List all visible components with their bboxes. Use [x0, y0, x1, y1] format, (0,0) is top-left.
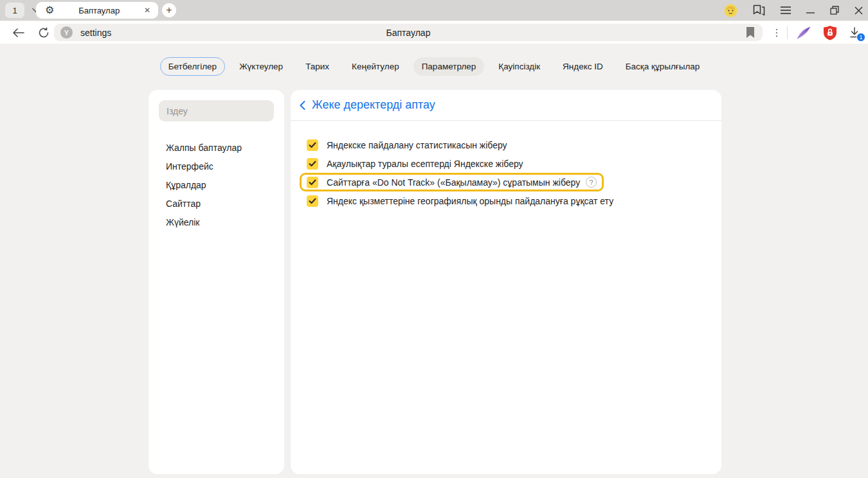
sidebar-menu: Жалпы баптаулар Интерфейс Құралдар Сайтт…	[159, 138, 274, 231]
toolbar-divider	[787, 26, 788, 39]
browser-tab-settings[interactable]: ⚙ Баптаулар ✕	[36, 2, 158, 19]
checkbox-row-crash-reports[interactable]: Ақаулықтар туралы есептерді Яндекске жіб…	[300, 154, 530, 173]
download-count-badge: 1	[856, 33, 865, 42]
sidebar-item-interface[interactable]: Интерфейс	[166, 157, 274, 175]
nav-tab-history[interactable]: Тарих	[297, 57, 338, 76]
address-bar[interactable]: Y settings Баптаулар	[54, 24, 763, 41]
restore-icon[interactable]	[830, 6, 839, 15]
feather-extension-icon[interactable]	[795, 25, 812, 40]
address-toolbar: Y settings Баптаулар ⋮	[0, 21, 868, 44]
sidebar-item-general[interactable]: Жалпы баптаулар	[166, 138, 274, 157]
sidebar-item-system[interactable]: Жүйелік	[166, 213, 274, 231]
privacy-options-list: Яндекске пайдалану статистикасын жіберу …	[291, 121, 721, 210]
tab-close-icon[interactable]: ✕	[144, 6, 150, 15]
sidebar-item-sites[interactable]: Сайттар	[166, 194, 274, 213]
checkbox-label: Яндекс қызметтеріне географиялық орынды …	[327, 196, 613, 206]
back-chevron-icon[interactable]	[300, 101, 305, 110]
bookmark-icon[interactable]	[746, 27, 755, 40]
checkbox-row-do-not-track[interactable]: Сайттарға «Do Not Track» («Бақыламау») с…	[300, 173, 604, 191]
downloads-icon[interactable]: 1	[846, 25, 863, 40]
settings-gear-icon: ⚙	[45, 5, 54, 15]
checkbox-label: Яндекске пайдалану статистикасын жіберу	[327, 140, 507, 150]
side-panels-icon[interactable]	[753, 4, 765, 16]
search-input[interactable]	[159, 100, 274, 121]
section-header[interactable]: Жеке деректерді аптау	[291, 90, 721, 121]
help-icon[interactable]: ?	[586, 177, 597, 188]
checkbox-row-usage-statistics[interactable]: Яндекске пайдалану статистикасын жіберу	[300, 136, 514, 154]
checkbox-checked-icon[interactable]	[307, 139, 318, 151]
new-tab-button[interactable]: +	[162, 3, 176, 17]
adblock-shield-icon[interactable]	[822, 25, 838, 40]
window-controls	[724, 0, 863, 21]
browser-window: 1 ⚙ Баптаулар ✕ +	[0, 0, 868, 478]
protect-icon[interactable]: Y	[60, 26, 73, 39]
section-title: Жеке деректерді аптау	[312, 98, 435, 112]
nav-tab-extensions[interactable]: Кеңейтулер	[343, 57, 408, 76]
tab-title: Баптаулар	[54, 6, 144, 15]
reload-icon[interactable]	[36, 25, 51, 40]
checkbox-checked-icon[interactable]	[307, 177, 318, 188]
checkbox-checked-icon[interactable]	[307, 195, 318, 207]
minimize-icon[interactable]	[806, 6, 815, 15]
more-options-icon[interactable]: ⋮	[770, 25, 783, 40]
nav-tab-yandex-id[interactable]: Яндекс ID	[554, 57, 611, 76]
url-text[interactable]: settings	[80, 28, 111, 38]
settings-content: Жеке деректерді аптау Яндекске пайдалану…	[291, 90, 721, 474]
tab-strip: 1 ⚙ Баптаулар ✕ +	[0, 0, 868, 21]
nav-tab-other-devices[interactable]: Басқа құрылғылар	[617, 57, 709, 76]
nav-tab-downloads[interactable]: Жүктеулер	[231, 57, 291, 76]
checkbox-checked-icon[interactable]	[307, 158, 318, 170]
settings-sidebar: Жалпы баптаулар Интерфейс Құралдар Сайтт…	[149, 90, 284, 474]
checkbox-label: Ақаулықтар туралы есептерді Яндекске жіб…	[327, 159, 523, 169]
tab-group-counter[interactable]: 1	[5, 3, 24, 18]
settings-nav: Бетбелгілер Жүктеулер Тарих Кеңейтулер П…	[0, 57, 868, 76]
nav-tab-security[interactable]: Қауіпсіздік	[490, 57, 548, 76]
menu-icon[interactable]	[781, 6, 791, 14]
page-title: Баптаулар	[54, 28, 763, 38]
checkbox-row-geolocation[interactable]: Яндекс қызметтеріне географиялық орынды …	[300, 191, 620, 210]
sidebar-item-tools[interactable]: Құралдар	[166, 175, 274, 194]
nav-tab-settings[interactable]: Параметрлер	[413, 57, 485, 76]
nav-tab-bookmarks[interactable]: Бетбелгілер	[160, 57, 225, 76]
back-icon[interactable]	[10, 25, 26, 40]
user-avatar[interactable]	[724, 4, 737, 17]
checkbox-label: Сайттарға «Do Not Track» («Бақыламау») с…	[327, 177, 580, 188]
close-window-icon[interactable]	[854, 6, 863, 15]
